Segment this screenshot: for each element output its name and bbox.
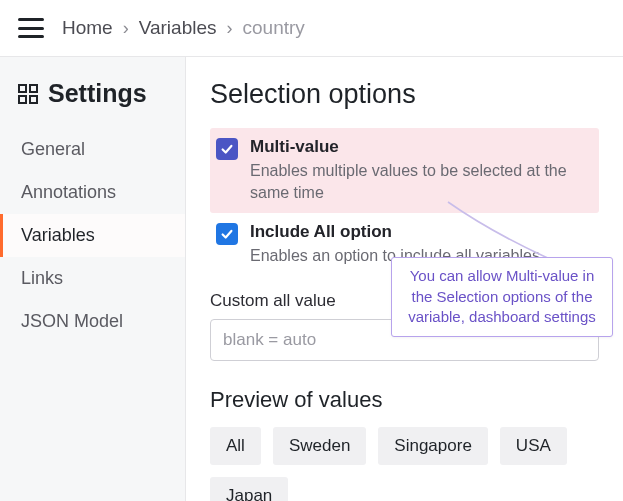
check-icon <box>220 142 234 156</box>
preview-chip: All <box>210 427 261 465</box>
checkbox-multi-value[interactable] <box>216 138 238 160</box>
preview-chip: Sweden <box>273 427 366 465</box>
option-multi-value-desc: Enables multiple values to be selected a… <box>250 160 591 203</box>
sidebar-title-label: Settings <box>48 79 147 108</box>
option-multi-value[interactable]: Multi-value Enables multiple values to b… <box>210 128 599 213</box>
sidebar: Settings General Annotations Variables L… <box>0 57 186 501</box>
sidebar-item-json-model[interactable]: JSON Model <box>0 300 185 343</box>
breadcrumb-country: country <box>243 17 305 39</box>
chevron-right-icon: › <box>123 18 129 39</box>
sidebar-item-variables[interactable]: Variables <box>0 214 185 257</box>
check-icon <box>220 227 234 241</box>
option-include-all-label: Include All option <box>250 221 540 243</box>
preview-chip: Singapore <box>378 427 488 465</box>
option-multi-value-label: Multi-value <box>250 136 591 158</box>
annotation-tooltip: You can allow Multi-value in the Selecti… <box>391 257 613 337</box>
grid-icon <box>18 84 38 104</box>
preview-chip: USA <box>500 427 567 465</box>
checkbox-include-all[interactable] <box>216 223 238 245</box>
breadcrumb-home[interactable]: Home <box>62 17 113 39</box>
sidebar-item-annotations[interactable]: Annotations <box>0 171 185 214</box>
section-title: Selection options <box>210 79 599 110</box>
preview-title: Preview of values <box>210 387 599 413</box>
breadcrumb-variables[interactable]: Variables <box>139 17 217 39</box>
sidebar-item-general[interactable]: General <box>0 128 185 171</box>
preview-values: All Sweden Singapore USA Japan <box>210 427 599 501</box>
chevron-right-icon: › <box>227 18 233 39</box>
preview-chip: Japan <box>210 477 288 501</box>
menu-icon[interactable] <box>18 18 44 38</box>
breadcrumb: Home › Variables › country <box>62 17 305 39</box>
sidebar-item-links[interactable]: Links <box>0 257 185 300</box>
sidebar-title: Settings <box>0 79 185 128</box>
